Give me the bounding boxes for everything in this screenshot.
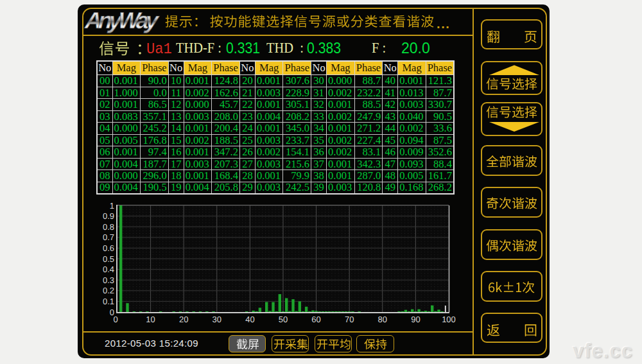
svg-text:1: 1 — [110, 201, 114, 211]
svg-text:60: 60 — [311, 315, 320, 324]
svg-text:90: 90 — [411, 315, 420, 324]
svg-text:40: 40 — [245, 315, 254, 324]
svg-text:80: 80 — [378, 315, 387, 324]
svg-text:0.8: 0.8 — [103, 222, 114, 232]
svg-text:50: 50 — [279, 315, 288, 324]
svg-text:0.3: 0.3 — [103, 275, 114, 285]
svg-text:0.5: 0.5 — [103, 254, 114, 264]
svg-text:0.6: 0.6 — [103, 243, 114, 253]
svg-text:0.4: 0.4 — [103, 264, 114, 274]
svg-text:70: 70 — [345, 315, 354, 324]
svg-text:0: 0 — [113, 315, 117, 324]
svg-text:0.2: 0.2 — [103, 286, 114, 295]
svg-text:20: 20 — [179, 315, 188, 324]
svg-text:10: 10 — [146, 315, 155, 324]
svg-text:0.1: 0.1 — [103, 297, 114, 306]
svg-text:100: 100 — [442, 315, 456, 324]
svg-text:30: 30 — [213, 315, 221, 324]
svg-text:0.9: 0.9 — [103, 211, 114, 221]
svg-text:0.7: 0.7 — [103, 232, 114, 242]
svg-text:AnyWay: AnyWay — [83, 8, 160, 33]
